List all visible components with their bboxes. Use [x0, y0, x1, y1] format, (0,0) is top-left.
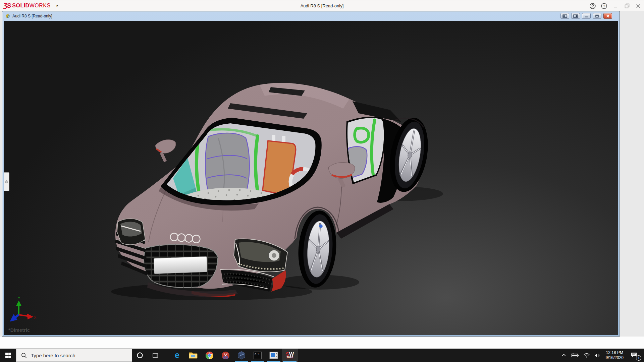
part-file-icon: [5, 13, 10, 19]
menu-expand-arrow-icon[interactable]: ▸: [57, 3, 59, 8]
close-button[interactable]: [633, 0, 644, 11]
wifi-icon: [584, 353, 590, 358]
edge-icon: e: [173, 351, 181, 360]
taskbar-app-chrome[interactable]: [201, 349, 217, 362]
taskbar-app-system-window[interactable]: [266, 349, 282, 362]
statusbar-strip: [0, 337, 644, 349]
notification-badge: 1: [636, 355, 641, 361]
file-explorer-icon: [189, 352, 198, 359]
taskbar: e: [0, 349, 644, 362]
battery-icon: [571, 353, 579, 358]
account-icon[interactable]: [587, 0, 598, 11]
system-window-icon: [269, 352, 278, 359]
feature-pane-flyout-tab[interactable]: [4, 172, 9, 191]
network-status[interactable]: [581, 349, 592, 362]
license-plate-blank: [154, 256, 207, 274]
svg-text:e: e: [175, 351, 179, 360]
windows-logo-icon: [5, 353, 11, 358]
start-button[interactable]: [0, 349, 16, 362]
brand-solid: SOLID: [12, 3, 29, 8]
svg-text:?: ?: [603, 4, 605, 8]
help-icon[interactable]: ?: [598, 0, 610, 11]
left-mirror[interactable]: [155, 140, 176, 162]
doc-close-button[interactable]: [603, 13, 612, 19]
solidworks-2020-icon: SW 2020: [285, 351, 295, 360]
left-headlight: [117, 219, 145, 245]
taskbar-app-edge[interactable]: e: [169, 349, 185, 362]
action-center-button[interactable]: 1: [627, 349, 642, 362]
search-icon: [21, 353, 27, 358]
window-title: Audi R8 S [Read-only]: [0, 0, 644, 11]
battery-status[interactable]: [569, 349, 581, 362]
chrome-icon: [205, 351, 214, 360]
3d-viewer-icon: [237, 351, 246, 360]
pane-right-button[interactable]: [571, 13, 580, 19]
snipping-tool-icon: [221, 351, 230, 360]
doc-minimize-button[interactable]: [582, 13, 591, 19]
clock-time: 12:18 PM: [606, 350, 623, 355]
chevron-up-icon: [561, 353, 566, 358]
view-orientation-label: *Dimetric: [8, 327, 30, 333]
triad-x-label: X: [34, 315, 37, 319]
command-prompt-icon: C:\_: [254, 352, 262, 359]
search-input[interactable]: [30, 352, 122, 359]
minimize-button[interactable]: [610, 0, 621, 11]
speaker-icon: [594, 353, 600, 358]
pane-left-button[interactable]: [560, 13, 569, 19]
graphics-viewport[interactable]: Y X *Dimetric: [4, 21, 618, 335]
taskbar-app-solidworks[interactable]: SW 2020: [282, 349, 298, 362]
taskbar-search[interactable]: [16, 349, 132, 362]
doc-restore-button[interactable]: [593, 13, 601, 19]
document-titlebar[interactable]: Audi R8 S [Read-only]: [2, 11, 620, 21]
cortana-icon: [136, 352, 144, 359]
document-window: Audi R8 S [Read-only]: [2, 11, 620, 337]
taskbar-app-command-prompt[interactable]: C:\_: [250, 349, 266, 362]
taskbar-app-file-explorer[interactable]: [185, 349, 201, 362]
3ds-mark: ƷS: [3, 2, 11, 9]
taskbar-app-snipping-tool[interactable]: [217, 349, 233, 362]
document-title: Audi R8 S [Read-only]: [12, 14, 52, 18]
task-view-button[interactable]: [148, 349, 163, 362]
restore-button[interactable]: [621, 0, 633, 11]
flyout-arrow-icon: [5, 180, 8, 183]
volume-status[interactable]: [592, 349, 603, 362]
task-view-icon: [152, 352, 159, 359]
app-titlebar: ƷS SOLIDWORKS ▸ Audi R8 S [Read-only] ?: [0, 0, 644, 11]
taskbar-clock[interactable]: 12:18 PM 9/16/2020: [603, 349, 627, 362]
taskbar-app-3d-viewer[interactable]: [233, 349, 250, 362]
brand-works: WORKS: [30, 3, 51, 8]
reference-triad[interactable]: Y X: [9, 295, 38, 324]
tray-chevron-button[interactable]: [559, 349, 569, 362]
car-3d-model[interactable]: [4, 21, 618, 335]
clock-date: 9/16/2020: [606, 355, 624, 360]
triad-y-label: Y: [18, 296, 20, 300]
cortana-button[interactable]: [132, 349, 148, 362]
solidworks-logo[interactable]: ƷS SOLIDWORKS ▸: [3, 2, 58, 9]
